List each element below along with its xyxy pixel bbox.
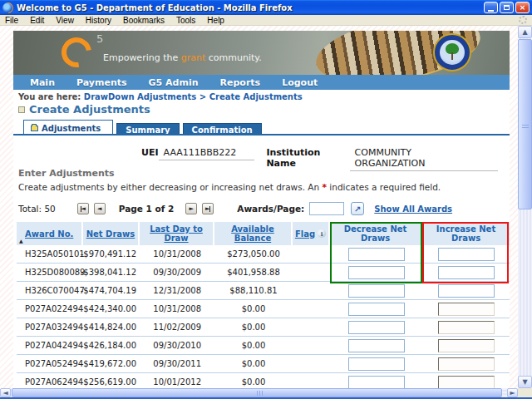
header-available-balance[interactable]: Available Balance <box>214 222 293 245</box>
header-decrease-net-draws: Decrease Net Draws <box>330 222 422 245</box>
award-no-cell: P027A062494 <box>17 377 83 387</box>
increase-input[interactable] <box>438 321 495 334</box>
award-no-cell: P027A052494 <box>17 359 83 368</box>
available-balance-cell: $273,050.00 <box>214 249 293 259</box>
table-row: H325A050101 -$970,491.12 10/31/2008 $273… <box>17 245 510 264</box>
menu-bar: File Edit View History Bookmarks Tools H… <box>0 15 532 26</box>
available-balance-cell: $0.00 <box>214 359 293 368</box>
table-row: P027A052494 -$419,672.00 09/30/2011 $0.0… <box>17 355 510 373</box>
tab-icon <box>31 126 38 131</box>
next-page-button[interactable]: ► <box>185 203 197 214</box>
menu-file[interactable]: File <box>5 16 18 25</box>
window-title: Welcome to G5 - Department of Education … <box>17 3 484 12</box>
decrease-input[interactable] <box>348 284 405 298</box>
decrease-input[interactable] <box>348 339 405 352</box>
close-button[interactable]: × <box>515 2 530 13</box>
institution-name-value: COMMUNITY ORGANIZATION <box>350 147 498 171</box>
increase-input[interactable] <box>438 303 495 316</box>
decrease-input[interactable] <box>348 357 405 371</box>
award-no-cell: H325A050101 <box>17 249 83 259</box>
increase-input[interactable] <box>438 284 495 298</box>
page-content: 5 Empowering the grant community. Main P… <box>13 31 510 388</box>
last-day-cell: 12/31/2008 <box>140 286 214 295</box>
net-draws-cell: -$398,041.12 <box>83 268 140 277</box>
vertical-scroll-thumb[interactable] <box>518 39 532 209</box>
table-row: P027A042494 -$426,184.00 09/30/2010 $0.0… <box>17 337 510 355</box>
header-net-draws[interactable]: Net Draws <box>83 222 140 245</box>
net-draws-cell: -$970,491.12 <box>83 249 140 259</box>
section-heading: Enter Adjustments <box>18 168 115 179</box>
firefox-window: Welcome to G5 - Department of Education … <box>0 0 532 399</box>
total-count: Total: 50 <box>18 204 56 214</box>
adjustments-table: ▲Award No. Net Draws Last Day to Draw Av… <box>17 222 510 388</box>
scroll-left-arrow[interactable]: ◄ <box>0 388 11 397</box>
increase-input[interactable] <box>438 266 495 279</box>
minimize-button[interactable] <box>484 2 498 13</box>
title-bar: Welcome to G5 - Department of Education … <box>0 0 532 15</box>
net-draws-cell: -$424,340.00 <box>83 304 140 313</box>
g5-logo-number: 5 <box>96 32 103 45</box>
awards-per-page-input[interactable] <box>309 202 344 215</box>
menu-view[interactable]: View <box>56 16 74 25</box>
menu-history[interactable]: History <box>86 16 111 25</box>
scroll-up-arrow[interactable]: ▲ <box>518 26 532 38</box>
decrease-input[interactable] <box>348 248 405 261</box>
net-draws-cell: -$419,672.00 <box>83 359 140 368</box>
nav-logout[interactable]: Logout <box>282 77 318 88</box>
increase-input[interactable] <box>438 248 495 261</box>
last-day-cell: 09/30/2010 <box>140 341 214 350</box>
award-no-cell: P027A042494 <box>17 341 83 350</box>
breadcrumb: You are here: DrawDown Adjustments > Cre… <box>18 92 303 101</box>
table-header-row: ▲Award No. Net Draws Last Day to Draw Av… <box>17 222 510 245</box>
available-balance-cell: $0.00 <box>214 304 293 313</box>
increase-input[interactable] <box>438 376 495 389</box>
vertical-scrollbar[interactable]: ▲ ▼ <box>518 26 532 388</box>
dept-of-education-seal-icon <box>433 33 471 71</box>
nav-main[interactable]: Main <box>30 77 55 88</box>
last-day-cell: 09/30/2011 <box>140 359 214 368</box>
info-icon[interactable]: i <box>318 229 326 238</box>
uei-label: UEI <box>141 147 159 158</box>
available-balance-cell: $401,958.88 <box>214 268 293 277</box>
nav-g5-admin[interactable]: G5 Admin <box>149 77 199 88</box>
decrease-input[interactable] <box>348 266 405 279</box>
last-day-cell: 10/01/2012 <box>140 377 214 387</box>
table-body: H325A050101 -$970,491.12 10/31/2008 $273… <box>17 245 510 388</box>
award-no-cell: P027A022494 <box>17 304 83 313</box>
menu-help[interactable]: Help <box>207 16 224 25</box>
last-page-button[interactable]: ► <box>202 203 214 214</box>
header-flag[interactable]: Flagi <box>293 222 330 245</box>
restore-button[interactable] <box>500 2 514 13</box>
increase-input[interactable] <box>438 339 495 352</box>
browser-viewport: 5 Empowering the grant community. Main P… <box>0 26 518 388</box>
previous-page-button[interactable]: ◄ <box>94 203 106 214</box>
uei-value: AAA111BBB222 <box>159 147 255 160</box>
table-row: P027A032494 -$414,824.00 11/02/2009 $0.0… <box>17 318 510 337</box>
horizontal-scroll-thumb[interactable] <box>12 388 502 397</box>
horizontal-scrollbar[interactable]: ◄ ► <box>0 388 518 397</box>
nav-reports[interactable]: Reports <box>220 77 261 88</box>
decrease-input[interactable] <box>348 303 405 316</box>
show-all-awards-link[interactable]: Show All Awards <box>374 204 452 214</box>
nav-payments[interactable]: Payments <box>76 77 127 88</box>
decrease-input[interactable] <box>348 321 405 334</box>
award-no-cell: H325D080089 <box>17 268 83 277</box>
available-balance-cell: $88,110.81 <box>214 286 293 295</box>
menu-bookmarks[interactable]: Bookmarks <box>123 16 165 25</box>
header-increase-net-draws: Increase Net Draws <box>422 222 510 245</box>
first-page-button[interactable]: ◄ <box>77 203 89 214</box>
menu-edit[interactable]: Edit <box>30 16 44 25</box>
window-controls: × <box>484 2 530 13</box>
scroll-right-arrow[interactable]: ► <box>507 388 518 397</box>
go-button[interactable]: ↗ <box>351 202 364 215</box>
menu-tools[interactable]: Tools <box>176 16 195 25</box>
scroll-down-arrow[interactable]: ▼ <box>518 376 532 388</box>
net-draws-cell: -$414,824.00 <box>83 323 140 332</box>
table-row: P027A022494 -$424,340.00 10/31/2008 $0.0… <box>17 300 510 318</box>
header-last-day[interactable]: Last Day to Draw <box>140 222 214 245</box>
institution-name-label: Institution Name <box>266 147 349 169</box>
header-award-no[interactable]: ▲Award No. <box>17 222 83 245</box>
decrease-input[interactable] <box>348 376 405 389</box>
pagination-bar: Total: 50 ◄ ◄ Page 1 of 2 ► ► Awards/Pag… <box>18 201 515 216</box>
increase-input[interactable] <box>438 357 495 371</box>
